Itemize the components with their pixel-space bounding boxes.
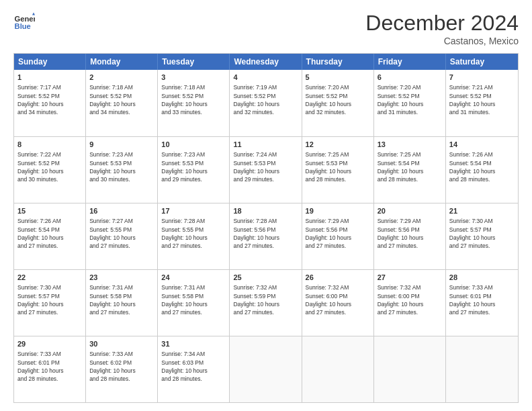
- day-number: 9: [89, 140, 154, 150]
- header-saturday: Saturday: [446, 54, 518, 70]
- day-number: 25: [233, 273, 298, 283]
- calendar-cell-8: 8Sunrise: 7:22 AM Sunset: 5:52 PM Daylig…: [14, 137, 86, 203]
- day-number: 5: [306, 73, 370, 83]
- calendar-cell-19: 19Sunrise: 7:29 AM Sunset: 5:56 PM Dayli…: [302, 203, 374, 269]
- calendar-cell-10: 10Sunrise: 7:23 AM Sunset: 5:53 PM Dayli…: [158, 137, 230, 203]
- calendar-row-3: 15Sunrise: 7:26 AM Sunset: 5:54 PM Dayli…: [14, 203, 518, 269]
- day-number: 24: [161, 273, 226, 283]
- page: General Blue December 2024 Castanos, Mex…: [0, 0, 532, 411]
- calendar-cell-1: 1Sunrise: 7:17 AM Sunset: 5:52 PM Daylig…: [14, 70, 86, 136]
- logo-icon: General Blue: [13, 11, 35, 32]
- header-tuesday: Tuesday: [158, 54, 230, 70]
- calendar-cell-2: 2Sunrise: 7:18 AM Sunset: 5:52 PM Daylig…: [86, 70, 158, 136]
- day-info: Sunrise: 7:22 AM Sunset: 5:52 PM Dayligh…: [17, 150, 82, 183]
- header: General Blue December 2024 Castanos, Mex…: [13, 11, 519, 46]
- header-friday: Friday: [374, 54, 446, 70]
- day-info: Sunrise: 7:32 AM Sunset: 5:59 PM Dayligh…: [233, 283, 298, 316]
- header-sunday: Sunday: [14, 54, 86, 70]
- day-number: 29: [17, 339, 82, 349]
- calendar-cell-25: 25Sunrise: 7:32 AM Sunset: 5:59 PM Dayli…: [230, 270, 302, 336]
- day-info: Sunrise: 7:27 AM Sunset: 5:55 PM Dayligh…: [89, 217, 154, 250]
- calendar-cell-20: 20Sunrise: 7:29 AM Sunset: 5:56 PM Dayli…: [374, 203, 446, 269]
- day-number: 18: [233, 206, 298, 216]
- calendar-cell-33: [302, 336, 374, 402]
- calendar-cell-26: 26Sunrise: 7:32 AM Sunset: 6:00 PM Dayli…: [302, 270, 374, 336]
- calendar-cell-13: 13Sunrise: 7:25 AM Sunset: 5:54 PM Dayli…: [374, 137, 446, 203]
- day-number: 27: [378, 273, 442, 283]
- day-number: 4: [233, 73, 298, 83]
- day-info: Sunrise: 7:25 AM Sunset: 5:53 PM Dayligh…: [306, 150, 370, 183]
- day-info: Sunrise: 7:26 AM Sunset: 5:54 PM Dayligh…: [449, 150, 515, 183]
- header-wednesday: Wednesday: [230, 54, 302, 70]
- day-info: Sunrise: 7:24 AM Sunset: 5:53 PM Dayligh…: [233, 150, 298, 183]
- calendar-cell-35: [446, 336, 518, 402]
- calendar-cell-24: 24Sunrise: 7:31 AM Sunset: 5:58 PM Dayli…: [158, 270, 230, 336]
- day-number: 11: [233, 140, 298, 150]
- day-info: Sunrise: 7:23 AM Sunset: 5:53 PM Dayligh…: [161, 150, 226, 183]
- day-number: 10: [161, 140, 226, 150]
- calendar-cell-28: 28Sunrise: 7:33 AM Sunset: 6:01 PM Dayli…: [446, 270, 518, 336]
- calendar-header: Sunday Monday Tuesday Wednesday Thursday…: [14, 54, 518, 70]
- day-info: Sunrise: 7:28 AM Sunset: 5:56 PM Dayligh…: [233, 217, 298, 250]
- day-number: 31: [161, 339, 226, 349]
- day-info: Sunrise: 7:34 AM Sunset: 6:03 PM Dayligh…: [161, 350, 226, 383]
- day-number: 14: [449, 140, 515, 150]
- day-info: Sunrise: 7:31 AM Sunset: 5:58 PM Dayligh…: [89, 283, 154, 316]
- calendar-cell-22: 22Sunrise: 7:30 AM Sunset: 5:57 PM Dayli…: [14, 270, 86, 336]
- day-number: 28: [449, 273, 515, 283]
- day-info: Sunrise: 7:20 AM Sunset: 5:52 PM Dayligh…: [306, 83, 370, 116]
- day-number: 7: [449, 73, 515, 83]
- day-info: Sunrise: 7:33 AM Sunset: 6:01 PM Dayligh…: [449, 283, 515, 316]
- calendar-cell-14: 14Sunrise: 7:26 AM Sunset: 5:54 PM Dayli…: [446, 137, 518, 203]
- calendar-cell-6: 6Sunrise: 7:20 AM Sunset: 5:52 PM Daylig…: [374, 70, 446, 136]
- day-number: 8: [17, 140, 82, 150]
- day-number: 23: [89, 273, 154, 283]
- day-number: 1: [17, 73, 82, 83]
- calendar-cell-7: 7Sunrise: 7:21 AM Sunset: 5:52 PM Daylig…: [446, 70, 518, 136]
- svg-text:General: General: [15, 15, 35, 23]
- calendar-cell-17: 17Sunrise: 7:28 AM Sunset: 5:55 PM Dayli…: [158, 203, 230, 269]
- calendar-row-4: 22Sunrise: 7:30 AM Sunset: 5:57 PM Dayli…: [14, 269, 518, 336]
- calendar-cell-23: 23Sunrise: 7:31 AM Sunset: 5:58 PM Dayli…: [86, 270, 158, 336]
- day-number: 12: [306, 140, 370, 150]
- day-info: Sunrise: 7:18 AM Sunset: 5:52 PM Dayligh…: [89, 83, 154, 116]
- calendar-cell-32: [230, 336, 302, 402]
- day-number: 19: [306, 206, 370, 216]
- day-info: Sunrise: 7:17 AM Sunset: 5:52 PM Dayligh…: [17, 83, 82, 116]
- header-monday: Monday: [86, 54, 158, 70]
- location: Castanos, Mexico: [365, 36, 519, 46]
- calendar-row-1: 1Sunrise: 7:17 AM Sunset: 5:52 PM Daylig…: [14, 70, 518, 136]
- day-info: Sunrise: 7:33 AM Sunset: 6:02 PM Dayligh…: [89, 350, 154, 383]
- day-info: Sunrise: 7:23 AM Sunset: 5:53 PM Dayligh…: [89, 150, 154, 183]
- day-info: Sunrise: 7:28 AM Sunset: 5:55 PM Dayligh…: [161, 217, 226, 250]
- day-number: 13: [378, 140, 442, 150]
- calendar-body: 1Sunrise: 7:17 AM Sunset: 5:52 PM Daylig…: [14, 70, 518, 402]
- calendar-cell-16: 16Sunrise: 7:27 AM Sunset: 5:55 PM Dayli…: [86, 203, 158, 269]
- day-info: Sunrise: 7:29 AM Sunset: 5:56 PM Dayligh…: [378, 217, 442, 250]
- day-number: 21: [449, 206, 515, 216]
- day-number: 20: [378, 206, 442, 216]
- day-number: 16: [89, 206, 154, 216]
- calendar-cell-11: 11Sunrise: 7:24 AM Sunset: 5:53 PM Dayli…: [230, 137, 302, 203]
- day-info: Sunrise: 7:26 AM Sunset: 5:54 PM Dayligh…: [17, 217, 82, 250]
- day-info: Sunrise: 7:32 AM Sunset: 6:00 PM Dayligh…: [378, 283, 442, 316]
- calendar-cell-9: 9Sunrise: 7:23 AM Sunset: 5:53 PM Daylig…: [86, 137, 158, 203]
- day-info: Sunrise: 7:29 AM Sunset: 5:56 PM Dayligh…: [306, 217, 370, 250]
- calendar-cell-3: 3Sunrise: 7:18 AM Sunset: 5:52 PM Daylig…: [158, 70, 230, 136]
- calendar-cell-29: 29Sunrise: 7:33 AM Sunset: 6:01 PM Dayli…: [14, 336, 86, 402]
- calendar-cell-12: 12Sunrise: 7:25 AM Sunset: 5:53 PM Dayli…: [302, 137, 374, 203]
- calendar-cell-21: 21Sunrise: 7:30 AM Sunset: 5:57 PM Dayli…: [446, 203, 518, 269]
- day-number: 3: [161, 73, 226, 83]
- day-number: 26: [306, 273, 370, 283]
- day-info: Sunrise: 7:30 AM Sunset: 5:57 PM Dayligh…: [449, 217, 515, 250]
- calendar-cell-31: 31Sunrise: 7:34 AM Sunset: 6:03 PM Dayli…: [158, 336, 230, 402]
- calendar-cell-4: 4Sunrise: 7:19 AM Sunset: 5:52 PM Daylig…: [230, 70, 302, 136]
- header-thursday: Thursday: [302, 54, 374, 70]
- day-info: Sunrise: 7:21 AM Sunset: 5:52 PM Dayligh…: [449, 83, 515, 116]
- day-info: Sunrise: 7:18 AM Sunset: 5:52 PM Dayligh…: [161, 83, 226, 116]
- day-number: 30: [89, 339, 154, 349]
- svg-marker-2: [32, 12, 35, 15]
- day-number: 15: [17, 206, 82, 216]
- day-info: Sunrise: 7:33 AM Sunset: 6:01 PM Dayligh…: [17, 350, 82, 383]
- title-block: December 2024 Castanos, Mexico: [365, 11, 519, 46]
